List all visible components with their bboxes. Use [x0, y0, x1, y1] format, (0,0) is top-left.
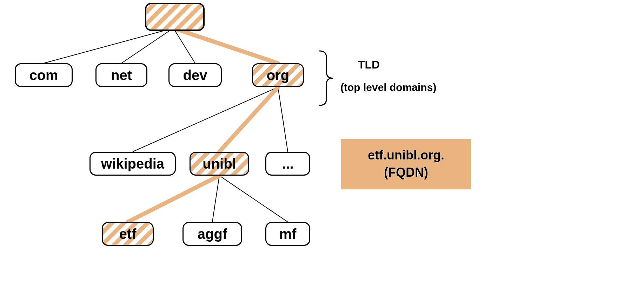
node-com: com — [15, 63, 73, 87]
svg-line-11 — [219, 87, 278, 152]
node-label: org — [267, 67, 289, 83]
svg-line-12 — [128, 176, 219, 222]
diagram-edges — [0, 0, 644, 281]
svg-line-2 — [173, 28, 195, 63]
node-label: net — [111, 67, 132, 83]
node-label: ... — [282, 156, 293, 172]
node-label: wikipedia — [101, 156, 164, 172]
svg-line-5 — [212, 176, 219, 222]
node-unibl: unibl — [190, 152, 249, 176]
svg-line-10 — [173, 28, 278, 63]
node-net: net — [95, 63, 147, 87]
node-aggf: aggf — [182, 222, 242, 246]
node-dots: ... — [265, 152, 310, 176]
node-etf: etf — [102, 222, 154, 246]
node-mf: mf — [265, 222, 310, 246]
svg-line-9 — [128, 176, 219, 222]
tld-label-line1: TLD — [358, 58, 380, 71]
node-wikipedia: wikipedia — [89, 152, 176, 176]
svg-line-3 — [133, 87, 278, 152]
tld-label-line2: (top level domains) — [340, 81, 436, 93]
fqdn-line1: etf.unibl.org. — [368, 147, 444, 164]
node-label: mf — [279, 226, 297, 242]
node-label: unibl — [203, 156, 236, 172]
node-dev: dev — [168, 63, 222, 87]
node-label: com — [29, 67, 58, 83]
fqdn-line2: (FQDN) — [384, 164, 428, 181]
svg-line-7 — [173, 28, 278, 63]
fqdn-box: etf.unibl.org. (FQDN) — [341, 139, 471, 189]
node-label: etf — [119, 226, 137, 242]
node-org: org — [252, 63, 304, 87]
svg-line-0 — [44, 28, 174, 63]
svg-line-1 — [121, 28, 173, 63]
node-label: dev — [183, 67, 207, 83]
svg-line-6 — [219, 176, 288, 222]
root-node — [145, 3, 205, 31]
node-label: aggf — [198, 226, 227, 242]
svg-line-8 — [219, 87, 278, 152]
svg-line-4 — [278, 87, 288, 152]
